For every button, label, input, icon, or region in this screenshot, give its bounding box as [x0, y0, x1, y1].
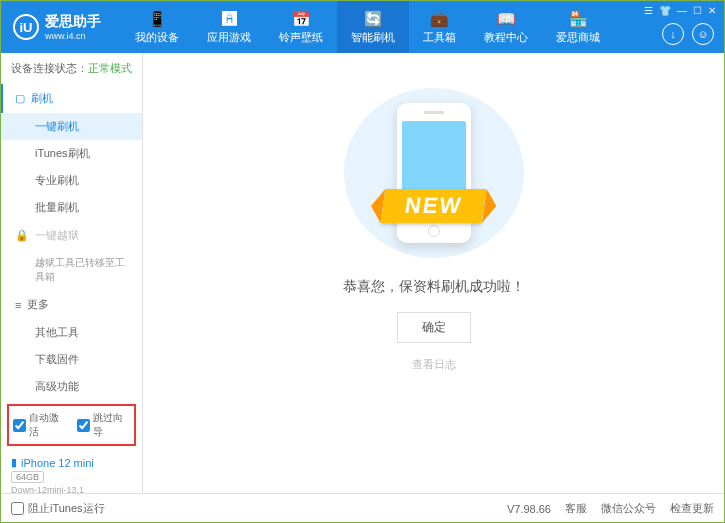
wechat-link[interactable]: 微信公众号 [601, 501, 656, 516]
sidebar-item-advanced[interactable]: 高级功能 [1, 373, 142, 400]
update-link[interactable]: 检查更新 [670, 501, 714, 516]
sidebar-section-jailbreak[interactable]: 🔒一键越狱 [1, 221, 142, 250]
main-content: NEW 恭喜您，保资料刷机成功啦！ 确定 查看日志 [143, 53, 724, 493]
storage-badge: 64GB [11, 471, 44, 483]
nav-ringtones[interactable]: 📅铃声壁纸 [265, 1, 337, 53]
nav-toolbox[interactable]: 💼工具箱 [409, 1, 470, 53]
nav-tutorials[interactable]: 📖教程中心 [470, 1, 542, 53]
nav-my-device[interactable]: 📱我的设备 [121, 1, 193, 53]
maximize-icon[interactable]: ☐ [693, 5, 702, 16]
ok-button[interactable]: 确定 [397, 312, 471, 343]
new-banner: NEW [380, 189, 486, 223]
apps-icon: 🅰 [222, 10, 237, 28]
download-icon[interactable]: ↓ [662, 23, 684, 45]
device-model: Down-12mini-13,1 [11, 485, 132, 495]
app-title: 爱思助手 [45, 13, 101, 31]
logo: iU 爱思助手 www.i4.cn [1, 13, 113, 41]
close-icon[interactable]: ✕ [708, 5, 716, 16]
support-link[interactable]: 客服 [565, 501, 587, 516]
device-icon: ▮ [11, 456, 17, 469]
sidebar-item-download[interactable]: 下载固件 [1, 346, 142, 373]
nav-flash[interactable]: 🔄智能刷机 [337, 1, 409, 53]
success-illustration: NEW [344, 88, 524, 258]
device-info[interactable]: ▮iPhone 12 mini 64GB Down-12mini-13,1 [1, 450, 142, 501]
main-nav: 📱我的设备 🅰应用游戏 📅铃声壁纸 🔄智能刷机 💼工具箱 📖教程中心 🏪爱思商城 [121, 1, 614, 53]
phone-outline-icon: ▢ [15, 92, 25, 105]
phone-icon: 📱 [148, 10, 167, 28]
toolbox-icon: 💼 [430, 10, 449, 28]
checkbox-auto-activate[interactable]: 自动激活 [13, 411, 67, 439]
success-message: 恭喜您，保资料刷机成功啦！ [343, 278, 525, 296]
minimize-icon[interactable]: — [677, 5, 687, 16]
sidebar-item-itunes[interactable]: iTunes刷机 [1, 140, 142, 167]
window-controls: ☰ 👕 — ☐ ✕ [636, 1, 724, 20]
connection-status: 设备连接状态：正常模式 [1, 53, 142, 84]
jailbreak-note: 越狱工具已转移至工具箱 [1, 250, 142, 290]
sidebar-item-batch[interactable]: 批量刷机 [1, 194, 142, 221]
sidebar-section-more[interactable]: ≡更多 [1, 290, 142, 319]
view-log-link[interactable]: 查看日志 [412, 357, 456, 372]
sidebar-item-oneclick[interactable]: 一键刷机 [1, 113, 142, 140]
wallpaper-icon: 📅 [292, 10, 311, 28]
checkbox-skip-guide[interactable]: 跳过向导 [77, 411, 131, 439]
sidebar-item-pro[interactable]: 专业刷机 [1, 167, 142, 194]
nav-store[interactable]: 🏪爱思商城 [542, 1, 614, 53]
store-icon: 🏪 [569, 10, 588, 28]
sidebar-section-flash[interactable]: ▢刷机 [1, 84, 142, 113]
book-icon: 📖 [497, 10, 516, 28]
sidebar: 设备连接状态：正常模式 ▢刷机 一键刷机 iTunes刷机 专业刷机 批量刷机 … [1, 53, 143, 493]
skin-icon[interactable]: 👕 [659, 5, 671, 16]
list-icon: ≡ [15, 299, 21, 311]
nav-apps[interactable]: 🅰应用游戏 [193, 1, 265, 53]
sidebar-item-other[interactable]: 其他工具 [1, 319, 142, 346]
lock-icon: 🔒 [15, 229, 29, 242]
title-bar: iU 爱思助手 www.i4.cn 📱我的设备 🅰应用游戏 📅铃声壁纸 🔄智能刷… [1, 1, 724, 53]
checkbox-block-itunes[interactable]: 阻止iTunes运行 [11, 501, 105, 516]
user-icon[interactable]: ☺ [692, 23, 714, 45]
header-actions: ↓ ☺ [662, 23, 714, 45]
logo-icon: iU [13, 14, 39, 40]
menu-icon[interactable]: ☰ [644, 5, 653, 16]
options-highlight: 自动激活 跳过向导 [7, 404, 136, 446]
flash-icon: 🔄 [364, 10, 383, 28]
app-url: www.i4.cn [45, 31, 101, 41]
version-label: V7.98.66 [507, 503, 551, 515]
